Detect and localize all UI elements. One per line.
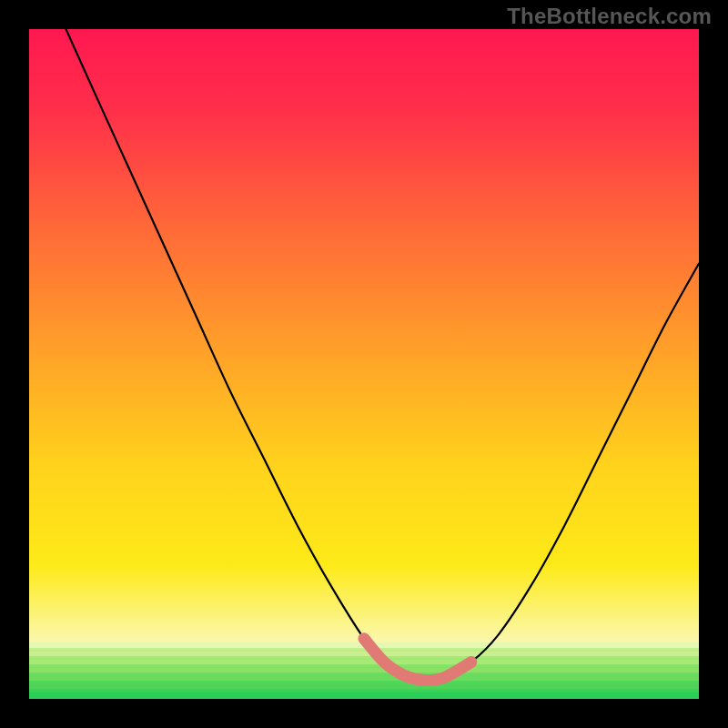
chart-svg <box>29 29 699 699</box>
watermark-text: TheBottleneck.com <box>507 4 712 29</box>
plot-area <box>29 29 699 699</box>
green-bottom-band <box>29 642 699 699</box>
chart-frame: TheBottleneck.com <box>0 0 728 728</box>
svg-rect-3 <box>29 660 699 664</box>
gradient-background <box>29 29 699 699</box>
svg-rect-2 <box>29 652 699 656</box>
svg-rect-7 <box>29 693 699 699</box>
svg-rect-5 <box>29 676 699 681</box>
svg-rect-6 <box>29 684 699 689</box>
svg-rect-4 <box>29 668 699 672</box>
